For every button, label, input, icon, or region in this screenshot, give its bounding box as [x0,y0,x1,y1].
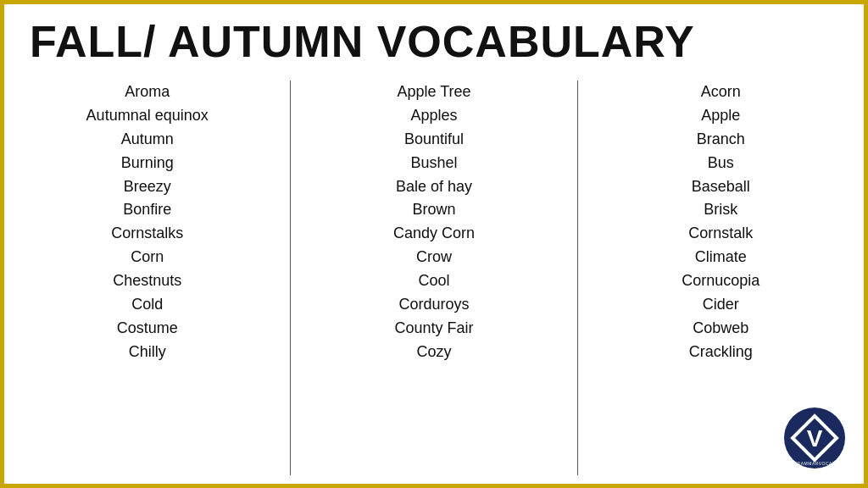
page-title: FALL/ AUTUMN VOCABULARY [30,19,838,64]
vocabulary-word: Candy Corn [393,222,475,246]
vocabulary-word: Cozy [416,341,451,364]
header: FALL/ AUTUMN VOCABULARY [4,4,864,72]
vocabulary-word: Corduroys [398,293,469,317]
vocabulary-word: Burning [121,152,174,175]
vocabulary-word: Cornstalk [688,222,753,246]
column-2: Apple TreeApplesBountifulBushelBale of h… [291,80,577,475]
vocabulary-word: Bale of hay [396,175,472,199]
page-container: FALL/ AUTUMN VOCABULARY AromaAutumnal eq… [0,0,868,488]
vocabulary-word: Autumn [121,128,174,152]
vocabulary-word: County Fair [394,317,473,341]
vocabulary-word: Brisk [704,198,737,222]
vocabulary-word: Cornstalks [111,222,183,246]
vocabulary-word: Climate [695,246,747,269]
vocabulary-word: Cornucopia [682,269,760,293]
vocabulary-word: Bountiful [404,128,464,152]
column-1: AromaAutumnal equinoxAutumnBurningBreezy… [4,80,291,475]
vocabulary-word: Apple Tree [397,80,470,104]
logo: V GRAMMARVOCAB [784,408,845,469]
vocabulary-word: Baseball [692,175,750,199]
vocabulary-word: Apples [410,104,457,128]
svg-text:GRAMMARVOCAB: GRAMMARVOCAB [793,461,836,466]
vocabulary-word: Cold [131,293,163,317]
vocabulary-content: AromaAutumnal equinoxAutumnBurningBreezy… [4,72,864,484]
vocabulary-word: Aroma [125,80,170,104]
vocabulary-word: Corn [131,246,164,269]
vocabulary-word: Autumnal equinox [86,104,209,128]
vocabulary-word: Cobweb [693,317,748,341]
vocabulary-word: Crow [416,246,452,269]
vocabulary-word: Bus [708,152,734,175]
svg-text:V: V [807,425,823,452]
vocabulary-word: Bonfire [123,198,171,222]
vocabulary-word: Cool [418,269,449,293]
vocabulary-word: Breezy [124,175,171,199]
vocabulary-word: Acorn [701,80,741,104]
vocabulary-word: Cider [703,293,739,317]
vocabulary-word: Costume [117,317,178,341]
vocabulary-word: Branch [697,128,745,152]
vocabulary-word: Chilly [129,341,166,364]
vocabulary-word: Bushel [410,152,457,175]
vocabulary-word: Chestnuts [113,269,181,293]
vocabulary-word: Brown [412,198,455,222]
vocabulary-word: Crackling [689,341,753,364]
vocabulary-word: Apple [701,104,740,128]
